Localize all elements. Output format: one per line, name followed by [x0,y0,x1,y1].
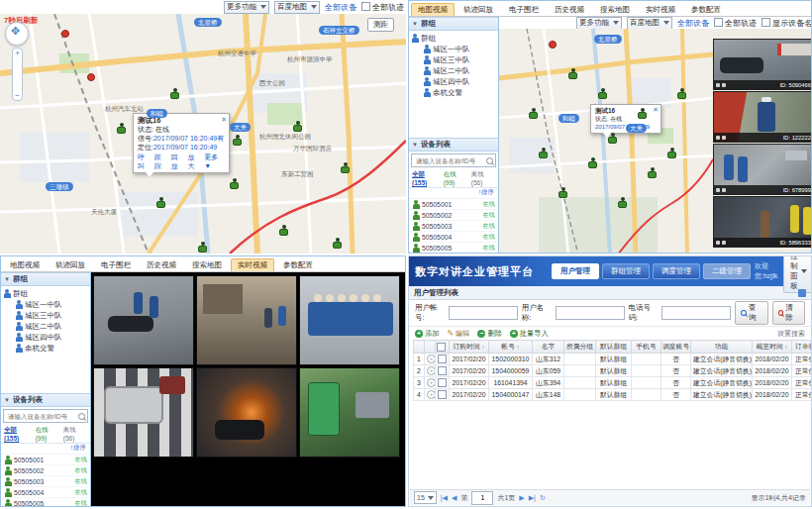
device-marker-icon[interactable] [568,68,577,79]
filter-all[interactable]: 全部(155) [4,426,32,442]
tab-7[interactable]: 参数配置 [276,258,320,271]
sort-arrow-icon[interactable]: ↕ [515,344,520,350]
device-search-box[interactable] [411,153,496,167]
ruler-button[interactable]: 测距 [367,18,394,32]
map-zoom-slider[interactable]: +− [12,48,23,101]
tree-item-5[interactable]: 余杭交警 [411,87,496,98]
device-marker-icon[interactable] [608,133,617,144]
account-input[interactable] [449,306,518,320]
table-row[interactable]: 2+2017/02/201504000059山东059默认群组否建立会话(静音切… [414,365,812,377]
close-icon[interactable]: ✕ [221,115,227,124]
tree-item-3[interactable]: 城区二中队 [3,321,88,332]
device-list-item[interactable]: 50505003在线 [409,221,498,232]
sort-arrow-icon[interactable]: ↕ [480,344,485,350]
baidu-map-large[interactable]: 7秒后刷新 +− 测距 测试16 ✕ 状态: 在线 信号:2017/09/07 … [0,14,406,254]
device-marker-icon[interactable] [667,148,676,158]
zoom-in-icon[interactable]: + [13,49,22,57]
table-row[interactable]: 4+2017/02/201504000147山东148默认群组否建立会话(静音切… [414,389,812,401]
video-feed-5[interactable] [196,367,297,458]
col-3[interactable]: 名字 [533,341,564,354]
tree-item-2[interactable]: 城区三中队 [3,310,88,321]
checkbox-icon[interactable] [761,18,770,27]
device-list-item[interactable]: 50505005在线 [409,243,498,254]
playback-link[interactable]: 回放 [171,153,185,170]
row-checkbox[interactable] [438,355,447,363]
device-marker-icon[interactable] [279,225,288,236]
more-link[interactable]: 更多▼ [204,153,225,170]
col-10[interactable]: 订单状态 [792,341,812,354]
col-7[interactable]: 调度账号 [661,341,691,354]
video-thumbnail[interactable]: ID: 5896333 [713,196,812,248]
tab-3[interactable]: 电子围栏 [94,258,138,271]
device-list-item[interactable]: 50505001在线 [409,199,498,210]
collapse-arrow-icon[interactable]: ▼ [412,142,418,148]
row-checkbox[interactable] [438,366,447,375]
device-search-input[interactable] [414,156,486,165]
device-marker-icon[interactable] [293,121,302,132]
table-row[interactable]: 1+2017/02/201502000310山东312默认群组否建立会话(静音切… [414,354,812,365]
sort-link[interactable]: ↑排序 [70,444,86,453]
video-thumbnail[interactable]: ID: 122222 [713,91,812,143]
first-page-button[interactable]: |◀ [441,494,448,502]
tab-1[interactable]: 地图视频 [3,258,47,271]
zoom-out-icon[interactable]: − [13,91,22,100]
row-expand-icon[interactable]: + [427,366,436,375]
device-marker-icon[interactable] [598,88,607,99]
device-marker-icon[interactable] [539,148,548,158]
row-checkbox[interactable] [438,390,447,399]
tree-item-4[interactable]: 城区四中队 [411,76,496,87]
select-all-checkbox[interactable] [437,343,446,352]
nav-3[interactable]: 调度管理 [653,263,700,279]
page-size-select[interactable]: 15 [414,491,437,504]
map-pan-control[interactable] [5,22,29,46]
tab-2[interactable]: 轨迹回放 [457,3,500,16]
username-input[interactable] [556,306,625,320]
device-list-item[interactable]: 50505001在线 [1,455,90,465]
tree-item-2[interactable]: 城区三中队 [411,54,496,65]
device-marker-icon[interactable] [117,123,126,134]
zoom-link[interactable]: 放大 [187,153,201,170]
filter-online[interactable]: 在线(99) [36,426,59,442]
nav-4[interactable]: 二级管理 [703,263,751,279]
row-checkbox[interactable] [438,378,447,387]
control-panel-button[interactable]: 控制面板 [783,255,812,293]
tab-4[interactable]: 历史视频 [140,258,183,271]
device-list-item[interactable]: 50505002在线 [409,210,498,221]
refresh-icon[interactable]: ↻ [540,494,546,502]
device-list-item[interactable]: 50505004在线 [1,487,90,498]
video-thumbnail[interactable]: ID: 5090466 [713,39,812,90]
map-type-dropdown[interactable]: 百度地图 [627,17,672,29]
page-number-input[interactable] [471,491,493,505]
device-marker-icon[interactable] [230,178,239,189]
edit-button[interactable]: ✎编辑 [447,329,469,339]
tab-6[interactable]: 实时视频 [639,3,682,16]
tab-5[interactable]: 搜索地图 [185,258,229,271]
tree-item-5[interactable]: 余杭交警 [3,343,88,354]
device-marker-icon[interactable] [558,187,567,198]
device-list-item[interactable]: 50505005在线 [1,498,90,507]
device-marker-icon[interactable] [648,167,657,178]
video-feed-3[interactable] [299,275,400,365]
device-search-box[interactable] [3,409,88,423]
collapse-arrow-icon[interactable]: ▼ [4,397,10,403]
sort-arrow-icon[interactable]: ↕ [783,344,788,350]
col-1[interactable]: 订购时间 ↕ [450,341,489,354]
device-marker-icon[interactable] [529,108,538,119]
device-marker-icon[interactable] [156,197,165,208]
video-thumbnail[interactable]: ID: 678999 [713,144,812,195]
video-feed-1[interactable] [93,275,194,365]
video-feed-6[interactable] [299,367,400,458]
clear-button[interactable]: 清除 [772,301,805,325]
tree-item-1[interactable]: 城区一中队 [3,299,88,310]
delete-button[interactable]: −删除 [477,329,501,339]
device-search-input[interactable] [6,412,78,421]
group-panel-header[interactable]: ▼群组 [409,17,498,31]
more-functions-dropdown[interactable]: 更多功能 [224,1,269,14]
tree-item-4[interactable]: 城区四中队 [3,332,88,343]
device-marker-icon[interactable] [198,242,207,253]
video-feed-4[interactable] [93,367,194,458]
search-icon[interactable] [78,413,85,420]
device-marker-icon[interactable] [677,88,686,99]
checkbox-icon[interactable] [714,18,723,27]
tab-5[interactable]: 搜索地图 [593,3,637,16]
